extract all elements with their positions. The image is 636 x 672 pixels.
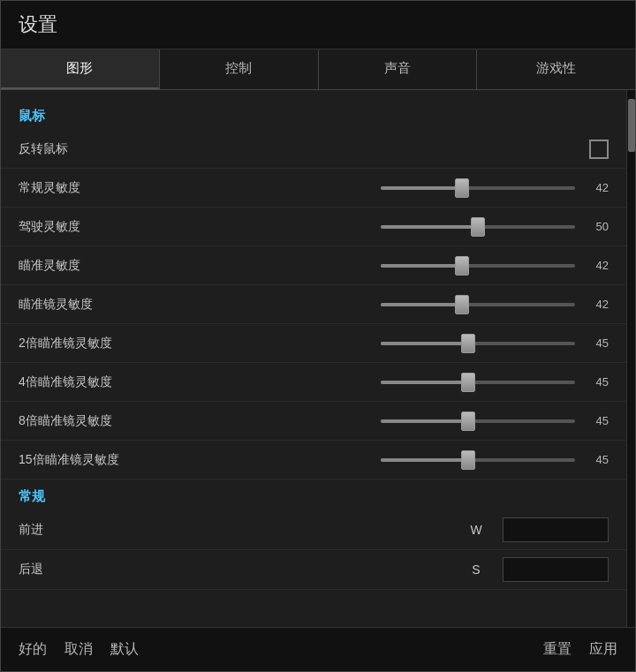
title-bar: 设置 (1, 1, 635, 49)
setting-row-forward: 前进 W (1, 510, 626, 550)
value-4x-scope-sensitivity: 45 (584, 375, 609, 389)
control-backward: S (195, 557, 609, 582)
default-button[interactable]: 默认 (110, 640, 139, 659)
tab-graphics[interactable]: 图形 (1, 49, 160, 89)
slider-aim-scope-sensitivity[interactable] (381, 303, 575, 306)
control-driving-sensitivity: 50 (195, 220, 609, 233)
key-forward: W (458, 523, 494, 537)
label-15x-scope-sensitivity: 15倍瞄准镜灵敏度 (19, 452, 195, 468)
label-aim-sensitivity: 瞄准灵敏度 (19, 258, 195, 274)
value-aim-sensitivity: 42 (584, 259, 609, 272)
control-4x-scope-sensitivity: 45 (195, 375, 609, 389)
label-4x-scope-sensitivity: 4倍瞄准镜灵敏度 (19, 374, 195, 390)
slider-thumb[interactable] (455, 256, 469, 276)
setting-row-4x-scope-sensitivity: 4倍瞄准镜灵敏度 45 (1, 363, 626, 402)
setting-row-8x-scope-sensitivity: 8倍瞄准镜灵敏度 45 (1, 402, 626, 441)
setting-row-2x-scope-sensitivity: 2倍瞄准镜灵敏度 45 (1, 324, 626, 363)
key-backward: S (458, 563, 494, 577)
slider-fill (381, 381, 468, 384)
control-forward: W (195, 517, 609, 542)
scrollbar-thumb[interactable] (628, 99, 635, 152)
control-15x-scope-sensitivity: 45 (195, 453, 609, 466)
control-normal-sensitivity: 42 (195, 181, 609, 194)
label-aim-scope-sensitivity: 瞄准镜灵敏度 (19, 297, 195, 313)
slider-track (381, 303, 575, 306)
control-invert-mouse (195, 140, 609, 159)
slider-8x-scope-sensitivity[interactable] (381, 419, 575, 423)
content-area: 鼠标 反转鼠标 常规灵敏度 42 (1, 90, 635, 627)
setting-row-driving-sensitivity: 驾驶灵敏度 50 (1, 208, 626, 246)
slider-fill (381, 342, 468, 345)
label-normal-sensitivity: 常规灵敏度 (19, 180, 195, 196)
slider-aim-sensitivity[interactable] (381, 264, 575, 268)
setting-row-15x-scope-sensitivity: 15倍瞄准镜灵敏度 45 (1, 441, 626, 479)
value-8x-scope-sensitivity: 45 (584, 414, 609, 427)
tab-bar: 图形 控制 声音 游戏性 (1, 49, 635, 90)
setting-row-aim-sensitivity: 瞄准灵敏度 42 (1, 246, 626, 285)
footer-right: 重置 应用 (543, 640, 617, 659)
keybind-box-backward[interactable] (503, 557, 609, 582)
slider-track (381, 342, 575, 345)
slider-track (381, 225, 575, 229)
window-title: 设置 (19, 11, 617, 38)
label-invert-mouse: 反转鼠标 (19, 141, 195, 157)
label-driving-sensitivity: 驾驶灵敏度 (19, 219, 195, 235)
scrollbar-track[interactable] (626, 90, 635, 627)
tab-gameplay[interactable]: 游戏性 (477, 49, 635, 89)
slider-thumb[interactable] (471, 217, 485, 237)
slider-15x-scope-sensitivity[interactable] (381, 458, 575, 462)
slider-fill (381, 458, 468, 462)
reset-button[interactable]: 重置 (543, 640, 572, 659)
ok-button[interactable]: 好的 (19, 640, 47, 659)
value-driving-sensitivity: 50 (584, 220, 609, 233)
settings-window: 设置 图形 控制 声音 游戏性 鼠标 反转鼠标 常规灵敏度 (0, 0, 636, 672)
slider-fill (381, 264, 462, 268)
slider-thumb[interactable] (455, 178, 469, 198)
slider-4x-scope-sensitivity[interactable] (381, 381, 575, 384)
section-header-general: 常规 (1, 479, 626, 510)
value-2x-scope-sensitivity: 45 (584, 336, 609, 350)
slider-track (381, 186, 575, 190)
control-aim-sensitivity: 42 (195, 259, 609, 272)
slider-2x-scope-sensitivity[interactable] (381, 342, 575, 345)
slider-fill (381, 225, 478, 229)
label-2x-scope-sensitivity: 2倍瞄准镜灵敏度 (19, 336, 195, 351)
slider-fill (381, 419, 468, 423)
label-backward: 后退 (19, 562, 195, 578)
control-8x-scope-sensitivity: 45 (195, 414, 609, 427)
slider-thumb[interactable] (461, 334, 475, 353)
slider-track (381, 419, 575, 423)
value-15x-scope-sensitivity: 45 (584, 453, 609, 466)
apply-button[interactable]: 应用 (589, 640, 617, 659)
slider-fill (381, 303, 462, 306)
slider-thumb[interactable] (455, 295, 469, 314)
section-header-mouse: 鼠标 (1, 99, 626, 130)
keybind-box-forward[interactable] (503, 517, 609, 542)
cancel-button[interactable]: 取消 (64, 640, 93, 659)
checkbox-invert-mouse[interactable] (589, 140, 609, 159)
setting-row-backward: 后退 S (1, 550, 626, 590)
slider-thumb[interactable] (461, 412, 475, 431)
footer: 好的 取消 默认 重置 应用 (1, 627, 635, 671)
settings-list: 鼠标 反转鼠标 常规灵敏度 42 (1, 90, 626, 627)
slider-fill (381, 186, 462, 190)
setting-row-normal-sensitivity: 常规灵敏度 42 (1, 169, 626, 208)
slider-thumb[interactable] (461, 450, 475, 470)
footer-left: 好的 取消 默认 (19, 640, 139, 659)
value-normal-sensitivity: 42 (584, 181, 609, 194)
tab-control[interactable]: 控制 (160, 49, 319, 89)
setting-row-aim-scope-sensitivity: 瞄准镜灵敏度 42 (1, 285, 626, 324)
slider-track (381, 458, 575, 462)
label-forward: 前进 (19, 522, 195, 538)
value-aim-scope-sensitivity: 42 (584, 298, 609, 311)
slider-normal-sensitivity[interactable] (381, 186, 575, 190)
slider-driving-sensitivity[interactable] (381, 225, 575, 229)
slider-thumb[interactable] (461, 373, 475, 392)
setting-row-invert-mouse: 反转鼠标 (1, 130, 626, 169)
control-aim-scope-sensitivity: 42 (195, 298, 609, 311)
control-2x-scope-sensitivity: 45 (195, 336, 609, 350)
tab-sound[interactable]: 声音 (319, 49, 478, 89)
label-8x-scope-sensitivity: 8倍瞄准镜灵敏度 (19, 413, 195, 429)
slider-track (381, 381, 575, 384)
slider-track (381, 264, 575, 268)
